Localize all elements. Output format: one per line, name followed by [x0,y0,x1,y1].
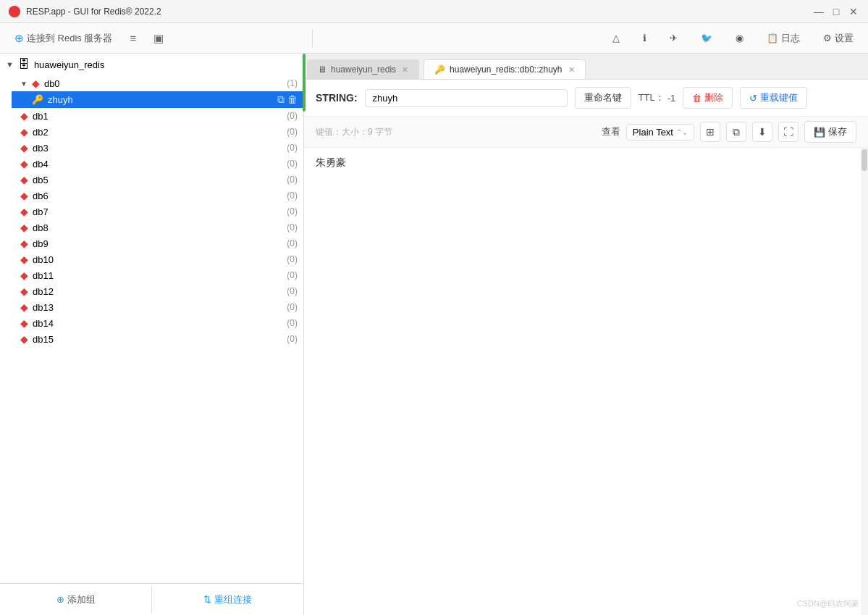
rename-key-label: 重命名键 [584,91,622,104]
db7-label: db7 [33,206,282,217]
sidebar-item-zhuyh[interactable]: 🔑 zhuyh ⧉ 🗑 [12,91,303,108]
minimize-button[interactable]: — [813,6,825,17]
sidebar-item-db13[interactable]: ◆ db13 (0) [12,299,303,315]
tab-connection-icon: 🖥 [318,64,326,75]
qr-code-button[interactable]: ⊞ [700,122,720,142]
rename-key-button[interactable]: 重命名键 [575,87,631,109]
scrollbar-thumb[interactable] [861,149,867,171]
sidebar-item-db9[interactable]: ◆ db9 (0) [12,235,303,251]
sidebar-root[interactable]: ▼ 🗄 huaweiyun_redis [0,54,303,75]
tab-key-close[interactable]: ✕ [568,65,575,75]
zhuyh-label: zhuyh [48,94,273,105]
tab-connection[interactable]: 🖥 huaweiyun_redis ✕ [307,59,419,79]
twitter-icon: 🐦 [701,33,712,43]
db0-icon: ◆ [32,78,40,89]
list-view-button[interactable]: ≡ [124,29,142,47]
value-size-label: 键值：大小：9 字节 [316,126,596,138]
sidebar-bottom: ⊕ 添加组 ⇅ 重组连接 [0,583,303,615]
expand-button[interactable]: ⛶ [778,122,799,142]
connect-button[interactable]: ⊕ 连接到 Redis 服务器 [9,29,118,48]
delete-key-icon[interactable]: 🗑 [287,93,298,106]
save-button[interactable]: 💾 保存 [804,121,856,143]
copy-key-icon[interactable]: ⧉ [277,93,285,106]
key-header: STRING: 重命名键 TTL： -1 🗑 删除 ↺ [304,80,868,117]
db11-label: db11 [33,270,282,281]
github-button[interactable]: ◉ [730,30,749,46]
db14-icon: ◆ [20,317,28,329]
log-icon: 📋 [767,33,778,43]
sidebar-item-db14[interactable]: ◆ db14 (0) [12,315,303,331]
tab-connection-close[interactable]: ✕ [402,65,408,75]
split-view-button[interactable]: ▣ [148,29,169,48]
db11-count: (0) [287,270,298,280]
root-label: huaweiyun_redis [34,59,105,70]
maximize-button[interactable]: □ [830,6,842,17]
sidebar-item-db5[interactable]: ◆ db5 (0) [12,172,303,188]
db9-label: db9 [33,238,282,249]
db2-label: db2 [33,127,282,138]
view-mode-arrow: ⌃⌄ [676,128,688,136]
log-label: 日志 [781,32,800,45]
connect-icon: ⊕ [14,32,24,45]
db3-count: (0) [287,143,298,153]
reload-icon: ↺ [749,93,757,104]
toolbar: ⊕ 连接到 Redis 服务器 ≡ ▣ △ ℹ ✈ 🐦 [0,23,868,54]
sidebar-item-db12[interactable]: ◆ db12 (0) [12,283,303,299]
key-name-input[interactable] [365,89,568,107]
telegram-button[interactable]: ✈ [664,30,683,46]
tab-key[interactable]: 🔑 huaweiyun_redis::db0::zhuyh ✕ [424,59,585,79]
db4-count: (0) [287,159,298,169]
view-mode-text: Plain Text [633,127,673,138]
sidebar-item-db6[interactable]: ◆ db6 (0) [12,188,303,204]
copy-icon: ⧉ [733,126,740,138]
sidebar-item-db10[interactable]: ◆ db10 (0) [12,251,303,267]
copy-value-button[interactable]: ⧉ [726,122,746,142]
list-icon: ≡ [130,32,136,44]
reconnect-button[interactable]: ⇅ 重组连接 [152,586,303,614]
sidebar-item-db3[interactable]: ◆ db3 (0) [12,140,303,156]
window-controls: — □ ✕ [813,6,859,17]
db6-label: db6 [33,191,282,201]
download-value-button[interactable]: ⬇ [752,122,772,142]
log-button[interactable]: 📋 日志 [761,29,806,48]
info-button[interactable]: ℹ [637,30,652,46]
add-group-label: 添加组 [67,593,96,606]
delete-key-button[interactable]: 🗑 删除 [683,87,733,109]
ttl-label: TTL： -1 [639,91,676,104]
add-group-button[interactable]: ⊕ 添加组 [0,586,152,614]
view-mode-selector[interactable]: Plain Text ⌃⌄ [626,124,694,141]
warn-icon: △ [612,33,620,43]
reload-key-button[interactable]: ↺ 重载键值 [740,87,807,109]
settings-label: 设置 [835,32,854,45]
sidebar-item-db11[interactable]: ◆ db11 (0) [12,267,303,283]
settings-button[interactable]: ⚙ 设置 [817,29,859,48]
telegram-icon: ✈ [670,33,678,43]
db9-icon: ◆ [20,238,28,249]
db5-label: db5 [33,175,282,185]
github-icon: ◉ [736,33,743,43]
connect-label: 连接到 Redis 服务器 [27,32,112,45]
db11-icon: ◆ [20,269,28,281]
db3-label: db3 [33,143,282,154]
sidebar-item-db2[interactable]: ◆ db2 (0) [12,124,303,140]
db10-icon: ◆ [20,254,28,265]
db10-count: (0) [287,254,298,264]
sidebar-item-db0[interactable]: ▼ ◆ db0 (1) [12,75,303,91]
tab-connection-label: huaweiyun_redis [331,64,396,75]
sidebar-item-db1[interactable]: ◆ db1 (0) [12,108,303,124]
scrollbar-track[interactable] [861,148,868,615]
sidebar-item-db8[interactable]: ◆ db8 (0) [12,219,303,235]
db8-label: db8 [33,222,282,233]
db2-count: (0) [287,127,298,137]
db12-icon: ◆ [20,285,28,297]
sidebar-item-db15[interactable]: ◆ db15 (0) [12,331,303,347]
db0-count: (1) [287,78,298,88]
value-toolbar: 键值：大小：9 字节 查看 Plain Text ⌃⌄ ⊞ ⧉ ⬇ [304,117,868,148]
close-button[interactable]: ✕ [848,6,859,17]
twitter-button[interactable]: 🐦 [695,30,718,46]
db14-label: db14 [33,318,282,329]
sidebar-item-db4[interactable]: ◆ db4 (0) [12,156,303,172]
warn-button[interactable]: △ [607,30,625,46]
sidebar-item-db7[interactable]: ◆ db7 (0) [12,204,303,219]
db-list: ◆ db1 (0) ◆ db2 (0) ◆ db3 (0) ◆ db4 (0) … [0,108,303,347]
